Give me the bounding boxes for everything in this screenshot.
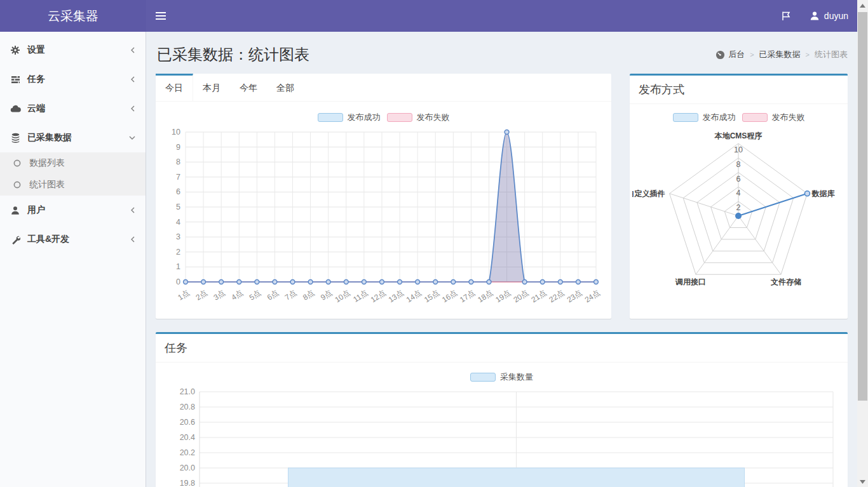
legend-swatch-fail [387,113,412,122]
svg-text:9点: 9点 [319,288,334,302]
chevron-left-icon [130,76,136,83]
tasks-bar-chart: 21.020.820.620.420.220.019.819.619.419.2… [165,387,838,487]
legend-swatch-success [673,113,698,122]
username: duyun [824,11,848,21]
flag-menu[interactable] [771,0,801,32]
sidebar-subitem-label: 统计图表 [29,179,65,190]
flag-icon [780,10,792,22]
svg-text:2: 2 [736,203,741,212]
user-icon [10,206,21,215]
tab-this-month[interactable]: 本月 [193,74,230,101]
cloud-icon [10,104,21,114]
scroll-up-arrow[interactable] [857,0,868,11]
tasks-icon [10,75,21,84]
dashboard-icon [715,50,725,60]
breadcrumb-separator: > [750,51,754,58]
svg-text:17点: 17点 [458,288,477,305]
svg-text:18点: 18点 [476,288,494,305]
circle-o-icon [11,181,23,189]
time-range-tabs: 今日 本月 今年 全部 [156,74,611,102]
sidebar-subitem-data-list[interactable]: 数据列表 [0,152,146,174]
chevron-left-icon [130,206,136,214]
sidebar-item-settings[interactable]: 设置 [0,36,146,65]
chevron-left-icon [130,236,136,243]
app-logo[interactable]: 云采集器 [0,0,146,32]
svg-text:9: 9 [176,143,180,152]
svg-text:21.0: 21.0 [180,387,195,396]
panel-title: 发布方式 [639,83,684,96]
svg-text:8点: 8点 [301,288,316,302]
svg-text:4点: 4点 [230,288,245,302]
user-icon [810,11,820,21]
collected-data-submenu: 数据列表 统计图表 [0,152,146,196]
publish-method-radar-chart: 246810本地CMS程序数据库文件存储调用接口自定义插件 [632,127,845,300]
wrench-icon [10,235,21,244]
sidebar: 设置 任务 云端 [0,32,146,487]
tasks-chart-legend: 采集数量 [165,371,839,383]
tasks-panel: 任务 采集数量 21.020.820.620.420.220.019.819.6… [156,332,848,487]
breadcrumb-home[interactable]: 后台 [715,49,745,60]
svg-text:3点: 3点 [212,288,227,302]
sidebar-subitem-stats-chart[interactable]: 统计图表 [0,174,146,196]
breadcrumb: 后台 > 已采集数据 > 统计图表 [715,49,848,60]
svg-text:10点: 10点 [334,288,352,305]
legend-swatch-volume [470,373,496,382]
svg-text:14点: 14点 [405,288,423,305]
svg-text:1点: 1点 [176,288,191,302]
scroll-down-arrow[interactable] [857,476,868,487]
svg-text:本地CMS程序: 本地CMS程序 [714,131,763,140]
sidebar-item-label: 云端 [27,103,123,114]
hourly-chart-panel: 今日 本月 今年 全部 发布成功 发布失败 0123456789101点2点3点… [156,74,611,319]
svg-text:7: 7 [176,173,180,182]
sidebar-item-label: 设置 [27,44,123,56]
breadcrumb-separator: > [806,51,810,58]
radar-chart-legend: 发布成功 发布失败 [632,112,845,123]
sidebar-item-tasks[interactable]: 任务 [0,65,146,94]
sidebar-subitem-label: 数据列表 [29,157,65,169]
scrollbar-thumb[interactable] [858,12,867,401]
chevron-down-icon [128,135,136,141]
tab-this-year[interactable]: 今年 [230,74,267,101]
svg-text:8: 8 [736,160,741,169]
svg-text:7点: 7点 [283,288,298,302]
svg-text:6点: 6点 [266,288,280,302]
app-title: 云采集器 [48,8,98,25]
sidebar-toggle-button[interactable] [146,0,175,32]
svg-text:8: 8 [176,157,180,166]
sidebar-item-cloud[interactable]: 云端 [0,94,146,123]
svg-text:5点: 5点 [248,288,262,302]
page-title: 已采集数据：统计图表 [157,44,309,65]
svg-text:调用接口: 调用接口 [675,277,706,286]
user-menu[interactable]: duyun [801,0,857,32]
hourly-line-chart: 0123456789101点2点3点4点5点6点7点8点9点10点11点12点1… [162,127,605,312]
svg-text:2: 2 [176,248,180,257]
svg-text:20.4: 20.4 [180,433,195,442]
gear-icon [10,45,21,55]
svg-text:4: 4 [176,218,180,227]
sidebar-item-tools-dev[interactable]: 工具&开发 [0,225,146,254]
publish-method-panel: 发布方式 发布成功 发布失败 246810本地CMS程序数据库文件存储调用接口自… [630,74,848,319]
svg-text:5: 5 [176,203,180,211]
svg-text:20点: 20点 [512,288,530,305]
svg-text:10: 10 [734,145,743,154]
svg-text:3: 3 [176,232,180,241]
tab-today[interactable]: 今日 [156,74,193,101]
chevron-left-icon [130,105,136,112]
breadcrumb-current: 统计图表 [815,49,848,60]
svg-text:文件存储: 文件存储 [770,277,801,286]
top-navbar: 云采集器 duyun [0,0,857,32]
svg-text:10: 10 [172,128,180,137]
breadcrumb-section[interactable]: 已采集数据 [759,49,801,60]
chevron-left-icon [130,46,136,54]
svg-text:11点: 11点 [351,288,369,304]
page-scrollbar[interactable] [857,0,868,487]
tab-all[interactable]: 全部 [267,74,304,101]
circle-o-icon [11,159,23,167]
svg-text:0: 0 [176,277,180,286]
sidebar-item-users[interactable]: 用户 [0,196,146,225]
svg-text:20.0: 20.0 [180,464,195,472]
svg-text:16点: 16点 [440,288,459,305]
svg-text:19点: 19点 [494,288,512,305]
sidebar-item-collected-data[interactable]: 已采集数据 [0,123,146,152]
svg-text:4: 4 [736,189,741,197]
